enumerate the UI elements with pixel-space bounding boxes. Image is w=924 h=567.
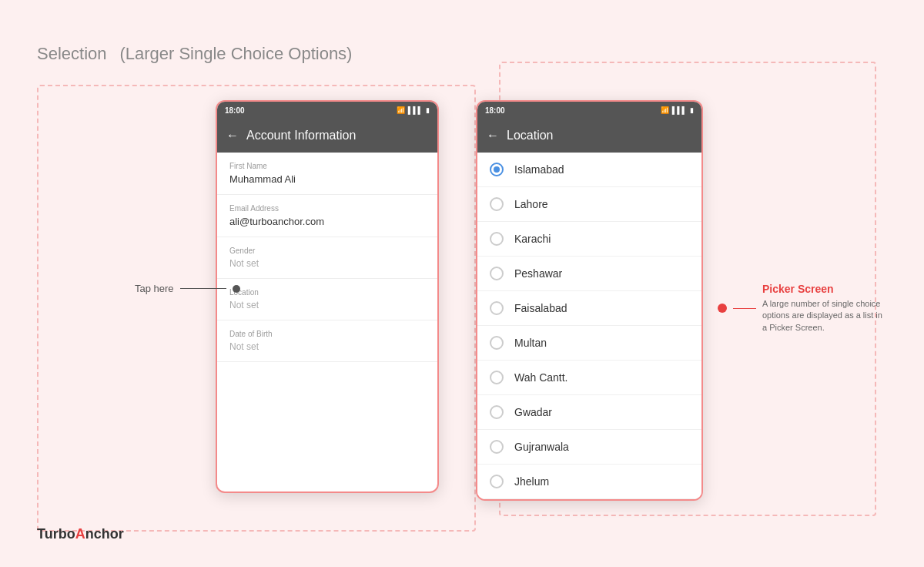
status-icons-left: 📶 ▌▌▌ ▮ (397, 106, 430, 114)
field-value-email: ali@turboanchor.com (229, 216, 425, 227)
radio-circle (490, 336, 504, 350)
signal-icon: ▌▌▌ (408, 106, 423, 114)
location-item[interactable]: Gwadar (477, 395, 701, 430)
location-name: Lahore (514, 198, 548, 210)
location-item[interactable]: Faisalabad (477, 291, 701, 326)
radio-circle (490, 267, 504, 280)
brand-anchor-dot: A (75, 526, 85, 542)
location-item[interactable]: Islamabad (477, 153, 701, 187)
battery-icon-right: ▮ (690, 106, 694, 114)
field-value-dob: Not set (229, 341, 425, 352)
radio-circle (490, 197, 504, 211)
tap-here-annotation: Tap here (135, 283, 240, 294)
tap-here-text: Tap here (135, 283, 174, 294)
location-item[interactable]: Peshawar (477, 257, 701, 291)
tap-here-dot (233, 285, 240, 293)
location-item[interactable]: Gujranwala (477, 430, 701, 465)
page-title: Selection (Larger Single Choice Options) (37, 37, 352, 65)
brand-turbo: Turbo (37, 526, 75, 542)
radio-circle (490, 232, 504, 246)
location-item[interactable]: Jhelum (477, 465, 701, 499)
picker-screen-annotation: Picker Screen A large number of single c… (718, 283, 886, 334)
location-item[interactable]: Muzaffarabad (477, 499, 701, 501)
field-label-gender: Gender (229, 247, 425, 255)
location-name: Faisalabad (514, 302, 567, 314)
wifi-icon-right: 📶 (661, 106, 669, 114)
nav-bar-right: ← Location (477, 119, 701, 153)
picker-screen-title: Picker Screen (762, 283, 886, 295)
title-main: Selection (37, 44, 107, 63)
radio-circle (490, 301, 504, 315)
picker-text-block: Picker Screen A large number of single c… (762, 283, 886, 334)
battery-icon: ▮ (426, 106, 430, 114)
field-value-gender: Not set (229, 258, 425, 269)
location-name: Multan (514, 337, 547, 349)
picker-dot (718, 304, 727, 313)
title-sub: (Larger Single Choice Options) (119, 44, 352, 63)
status-time-right: 18:00 (485, 106, 505, 115)
field-location[interactable]: Location Not set (217, 279, 437, 320)
field-label-first-name: First Name (229, 162, 425, 170)
location-item[interactable]: Karachi (477, 222, 701, 257)
radio-inner (494, 166, 500, 173)
location-item[interactable]: Lahore (477, 187, 701, 222)
phone-left: 18:00 📶 ▌▌▌ ▮ ← Account Information Firs… (216, 100, 439, 493)
radio-circle (490, 163, 504, 176)
location-list: IslamabadLahoreKarachiPeshawarFaisalabad… (477, 153, 701, 501)
location-item[interactable]: Wah Cantt. (477, 361, 701, 395)
radio-circle (490, 475, 504, 488)
picker-line (733, 308, 756, 309)
field-gender[interactable]: Gender Not set (217, 237, 437, 279)
location-name: Jhelum (514, 475, 549, 488)
nav-title-left: Account Information (246, 129, 356, 143)
location-name: Karachi (514, 233, 551, 245)
nav-title-right: Location (507, 129, 554, 143)
location-name: Islamabad (514, 163, 564, 176)
location-item[interactable]: Multan (477, 326, 701, 361)
radio-circle (490, 371, 504, 384)
branding: TurboAnchor (37, 526, 124, 542)
radio-circle (490, 405, 504, 419)
radio-circle (490, 440, 504, 454)
field-label-email: Email Address (229, 204, 425, 213)
phone-right: 18:00 📶 ▌▌▌ ▮ ← Location IslamabadLahore… (476, 100, 703, 501)
picker-screen-desc: A large number of single choice options … (762, 298, 886, 334)
location-name: Peshawar (514, 267, 562, 280)
field-value-first-name: Muhammad Ali (229, 173, 425, 185)
status-time-left: 18:00 (225, 106, 245, 115)
brand-nchor: nchor (85, 526, 124, 542)
form-content: First Name Muhammad Ali Email Address al… (217, 153, 437, 362)
tap-here-line (180, 288, 226, 289)
status-icons-right: 📶 ▌▌▌ ▮ (661, 106, 694, 114)
signal-icon-right: ▌▌▌ (672, 106, 687, 114)
field-dob[interactable]: Date of Birth Not set (217, 320, 437, 362)
back-arrow-right[interactable]: ← (487, 129, 499, 143)
field-label-dob: Date of Birth (229, 330, 425, 338)
status-bar-left: 18:00 📶 ▌▌▌ ▮ (217, 102, 437, 119)
wifi-icon: 📶 (397, 106, 405, 114)
back-arrow-left[interactable]: ← (226, 129, 239, 143)
field-email[interactable]: Email Address ali@turboanchor.com (217, 195, 437, 237)
status-bar-right: 18:00 📶 ▌▌▌ ▮ (477, 102, 701, 119)
field-first-name[interactable]: First Name Muhammad Ali (217, 153, 437, 195)
location-name: Wah Cantt. (514, 371, 568, 384)
field-label-location: Location (229, 288, 425, 297)
location-name: Gwadar (514, 406, 552, 418)
field-value-location: Not set (229, 300, 425, 310)
location-name: Gujranwala (514, 441, 569, 453)
nav-bar-left: ← Account Information (217, 119, 437, 153)
